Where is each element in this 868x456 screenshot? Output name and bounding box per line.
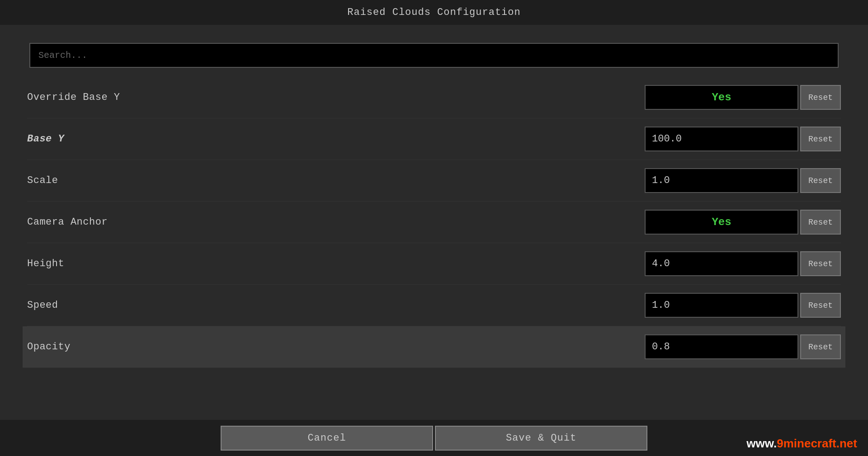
config-label-scale: Scale <box>27 175 58 186</box>
value-box-scale[interactable]: 1.0 <box>645 168 798 193</box>
config-label-height: Height <box>27 258 64 269</box>
config-controls-height: 4.0Reset <box>645 251 841 276</box>
config-controls-base-y: 100.0Reset <box>645 127 841 151</box>
config-controls-opacity: 0.8Reset <box>645 334 841 359</box>
watermark-brand: 9minecraft.net <box>777 437 857 450</box>
save-quit-button[interactable]: Save & Quit <box>435 426 647 451</box>
config-row-base-y: Base Y100.0Reset <box>27 118 841 160</box>
config-row-override-base-y: Override Base YYesReset <box>27 77 841 118</box>
config-label-base-y: Base Y <box>27 133 64 145</box>
value-box-base-y[interactable]: 100.0 <box>645 127 798 151</box>
config-list: Override Base YYesResetBase Y100.0ResetS… <box>27 77 841 368</box>
main-content: Override Base YYesResetBase Y100.0ResetS… <box>0 25 868 377</box>
config-label-camera-anchor: Camera Anchor <box>27 216 108 228</box>
bottom-bar: Cancel Save & Quit www.9minecraft.net <box>0 420 868 456</box>
value-box-speed[interactable]: 1.0 <box>645 293 798 318</box>
config-row-speed: Speed1.0Reset <box>27 285 841 326</box>
config-row-camera-anchor: Camera AnchorYesReset <box>27 202 841 243</box>
reset-button-override-base-y[interactable]: Reset <box>800 85 841 110</box>
config-row-height: Height4.0Reset <box>27 243 841 285</box>
watermark-www: www. <box>746 437 777 450</box>
watermark: www.9minecraft.net <box>746 437 857 451</box>
search-input[interactable] <box>29 43 839 68</box>
value-box-camera-anchor[interactable]: Yes <box>645 210 798 235</box>
reset-button-camera-anchor[interactable]: Reset <box>800 210 841 235</box>
config-label-override-base-y: Override Base Y <box>27 92 120 103</box>
config-controls-override-base-y: YesReset <box>645 85 841 110</box>
config-label-speed: Speed <box>27 300 58 311</box>
config-controls-scale: 1.0Reset <box>645 168 841 193</box>
config-controls-speed: 1.0Reset <box>645 293 841 318</box>
config-row-opacity: Opacity0.8Reset <box>23 326 845 368</box>
reset-button-base-y[interactable]: Reset <box>800 127 841 151</box>
config-row-scale: Scale1.0Reset <box>27 160 841 202</box>
value-box-override-base-y[interactable]: Yes <box>645 85 798 110</box>
reset-button-scale[interactable]: Reset <box>800 168 841 193</box>
value-box-height[interactable]: 4.0 <box>645 251 798 276</box>
config-controls-camera-anchor: YesReset <box>645 210 841 235</box>
search-bar-container <box>29 43 839 68</box>
top-bar: Raised Clouds Configuration <box>0 0 868 25</box>
cancel-button[interactable]: Cancel <box>221 426 433 451</box>
reset-button-height[interactable]: Reset <box>800 251 841 276</box>
reset-button-speed[interactable]: Reset <box>800 293 841 318</box>
config-label-opacity: Opacity <box>27 341 71 353</box>
value-box-opacity[interactable]: 0.8 <box>645 334 798 359</box>
page-title: Raised Clouds Configuration <box>347 7 520 18</box>
reset-button-opacity[interactable]: Reset <box>800 334 841 359</box>
